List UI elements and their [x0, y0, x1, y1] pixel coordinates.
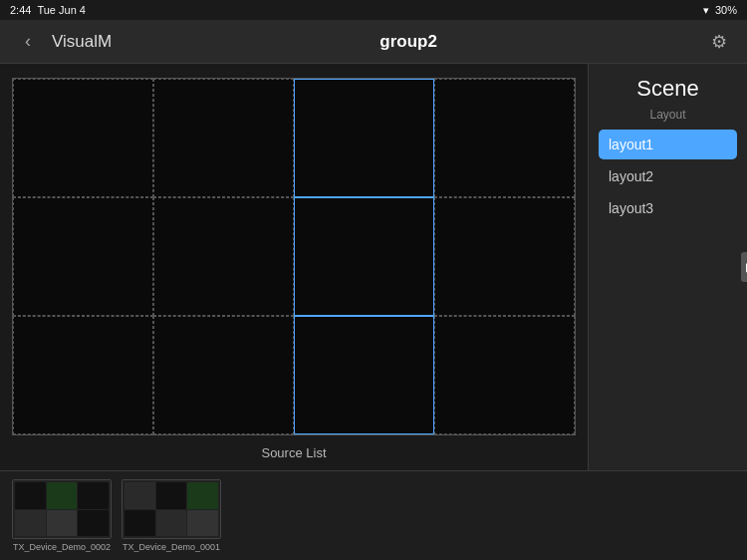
status-left: 2:44 Tue Jun 4 — [10, 4, 86, 16]
source-item-1[interactable]: TX_Device_Demo_0002 — [12, 479, 112, 552]
scene-title: Scene — [636, 76, 698, 102]
grid-container[interactable] — [12, 78, 576, 435]
layout-list: layout1 layout2 layout3 — [599, 130, 737, 225]
grid-cell-r2c2[interactable] — [153, 197, 294, 316]
source-label-2: TX_Device_Demo_0001 — [123, 542, 220, 552]
layout-item-layout3[interactable]: layout3 — [599, 193, 737, 223]
source-list-label: Source List — [12, 443, 576, 462]
status-right: ▾ 30% — [703, 4, 737, 17]
grid-cell-r3c4[interactable] — [434, 316, 575, 434]
header-left: ‹ VisualM — [14, 28, 112, 56]
source-list-area: TX_Device_Demo_0002 TX_Device_Demo_0001 — [0, 470, 747, 560]
grid-cell-r3c1[interactable] — [13, 316, 153, 434]
grid-cell-r1c3[interactable] — [294, 79, 434, 197]
scene-panel: Scene Layout layout1 layout2 layout3 ▶ — [588, 64, 747, 470]
grid-cell-r3c3[interactable] — [294, 316, 434, 434]
back-button[interactable]: ‹ — [14, 28, 42, 56]
grid-cell-r1c4[interactable] — [434, 79, 575, 197]
source-thumb-2 — [122, 479, 221, 539]
layout-label: Layout — [649, 108, 685, 122]
layout-item-layout2[interactable]: layout2 — [599, 161, 737, 191]
back-icon: ‹ — [25, 31, 31, 52]
grid-cell-r1c2[interactable] — [153, 79, 294, 197]
group-title: group2 — [379, 32, 437, 52]
grid-cell-r1c1[interactable] — [13, 79, 153, 197]
source-item-2[interactable]: TX_Device_Demo_0001 — [122, 479, 221, 552]
battery-status: 30% — [715, 4, 737, 16]
gear-icon: ⚙ — [711, 31, 727, 53]
status-day: Tue Jun 4 — [37, 4, 86, 16]
source-thumb-1 — [12, 479, 112, 539]
display-grid — [13, 79, 575, 434]
layout-item-layout1[interactable]: layout1 — [599, 130, 737, 159]
grid-cell-r2c3[interactable] — [294, 197, 434, 316]
wifi-icon: ▾ — [703, 4, 709, 17]
settings-button[interactable]: ⚙ — [705, 28, 733, 56]
grid-cell-r3c2[interactable] — [153, 316, 294, 434]
status-bar: 2:44 Tue Jun 4 ▾ 30% — [0, 0, 747, 20]
main-content: Source List Scene Layout layout1 layout2… — [0, 64, 747, 470]
source-label-1: TX_Device_Demo_0002 — [13, 542, 111, 552]
app-title: VisualM — [52, 32, 112, 52]
grid-cell-r2c1[interactable] — [13, 197, 153, 316]
status-time: 2:44 — [10, 4, 31, 16]
header: ‹ VisualM group2 ⚙ — [0, 20, 747, 64]
left-area: Source List — [0, 64, 588, 470]
expand-panel-button[interactable]: ▶ — [741, 252, 747, 282]
grid-cell-r2c4[interactable] — [434, 197, 575, 316]
